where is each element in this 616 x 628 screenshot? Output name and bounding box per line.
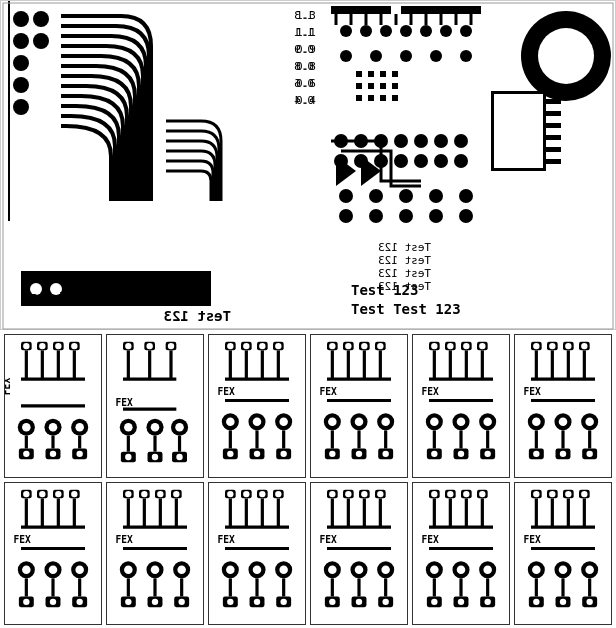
svg-point-3 [33, 33, 49, 49]
svg-point-286 [55, 491, 61, 497]
svg-point-316 [157, 491, 163, 497]
svg-point-435 [549, 491, 555, 497]
svg-point-330 [177, 565, 186, 574]
svg-point-377 [377, 491, 383, 497]
svg-point-73 [394, 154, 408, 168]
svg-point-187 [227, 451, 233, 457]
svg-rect-52 [356, 95, 362, 101]
svg-point-129 [50, 451, 56, 457]
svg-rect-53 [368, 95, 374, 101]
svg-rect-51 [392, 83, 398, 89]
svg-text:Test 123: Test 123 [1, 280, 21, 299]
svg-point-6 [13, 99, 29, 115]
pcb-cell-2-3: FEX [208, 482, 306, 626]
svg-text:0.9: 0.9 [296, 43, 316, 56]
svg-point-89 [459, 209, 473, 223]
svg-point-22 [340, 25, 352, 37]
svg-text:Test 123: Test 123 [378, 254, 431, 267]
pcb-cell-1-3: FEX [208, 334, 306, 478]
svg-point-268 [559, 418, 568, 427]
svg-point-72 [394, 134, 408, 148]
svg-point-238 [457, 418, 466, 427]
svg-point-108 [39, 343, 45, 349]
svg-point-375 [345, 491, 351, 497]
svg-point-109 [55, 343, 61, 349]
svg-point-236 [430, 418, 439, 427]
svg-point-117 [22, 423, 31, 432]
svg-point-416 [430, 565, 439, 574]
top-pcb-section: 1.3 1.1 0.9 0.8 0.6 0.4 1.3 1.1 0.9 0.8 … [0, 0, 616, 330]
pcb-cell-1-4: FEX [310, 334, 408, 478]
svg-point-406 [463, 491, 469, 497]
svg-text:0.8: 0.8 [296, 60, 316, 73]
svg-point-376 [361, 491, 367, 497]
svg-point-78 [454, 134, 468, 148]
svg-text:Test 123: Test 123 [378, 267, 431, 280]
svg-rect-65 [546, 159, 561, 164]
svg-point-67 [334, 154, 348, 168]
svg-point-270 [585, 418, 594, 427]
svg-point-23 [360, 25, 372, 37]
svg-point-226 [463, 343, 469, 349]
svg-point-338 [152, 598, 158, 604]
svg-point-148 [151, 423, 160, 432]
svg-point-386 [328, 565, 337, 574]
svg-text:FEX: FEX [320, 534, 338, 545]
svg-point-85 [339, 209, 353, 223]
svg-point-428 [458, 598, 464, 604]
svg-point-43 [460, 50, 472, 62]
svg-rect-46 [380, 71, 386, 77]
svg-point-42 [430, 50, 442, 62]
pcb-cell-1-6: FEX [514, 334, 612, 478]
svg-point-157 [125, 454, 131, 460]
svg-point-66 [334, 134, 348, 148]
svg-rect-50 [380, 83, 386, 89]
svg-rect-54 [380, 95, 386, 101]
svg-point-137 [146, 343, 152, 349]
svg-point-314 [125, 491, 131, 497]
pcb-svg: 1.3 1.1 0.9 0.8 0.6 0.4 1.3 1.1 0.9 0.8 … [1, 1, 616, 331]
svg-point-446 [532, 565, 541, 574]
svg-point-278 [560, 451, 566, 457]
svg-point-70 [374, 134, 388, 148]
svg-point-178 [253, 418, 262, 427]
svg-point-80 [339, 189, 353, 203]
svg-point-450 [585, 565, 594, 574]
svg-point-326 [124, 565, 133, 574]
svg-point-256 [565, 343, 571, 349]
svg-point-284 [23, 491, 29, 497]
svg-rect-21 [401, 6, 481, 14]
svg-point-344 [227, 491, 233, 497]
svg-point-298 [49, 565, 58, 574]
svg-point-347 [275, 491, 281, 497]
svg-text:FEX: FEX [218, 534, 236, 545]
svg-point-24 [380, 25, 392, 37]
svg-point-130 [76, 451, 82, 457]
svg-text:FEX: FEX [116, 397, 134, 408]
svg-point-107 [23, 343, 29, 349]
svg-text:1.3: 1.3 [296, 9, 316, 22]
svg-point-399 [382, 598, 388, 604]
svg-point-69 [354, 154, 368, 168]
svg-point-296 [22, 565, 31, 574]
svg-point-279 [586, 451, 592, 457]
pcb-cell-1-5: FEX [412, 334, 510, 478]
svg-rect-61 [546, 111, 561, 116]
svg-point-84 [459, 189, 473, 203]
svg-rect-64 [546, 147, 561, 152]
svg-point-285 [39, 491, 45, 497]
svg-text:0.4: 0.4 [296, 94, 316, 107]
svg-point-339 [178, 598, 184, 604]
svg-text:FEX: FEX [422, 534, 440, 545]
pcb-grid: FEX [0, 330, 616, 625]
svg-rect-62 [546, 123, 561, 128]
svg-point-77 [434, 154, 448, 168]
svg-point-346 [259, 491, 265, 497]
svg-point-210 [381, 418, 390, 427]
svg-point-390 [381, 565, 390, 574]
svg-point-287 [71, 491, 77, 497]
svg-point-164 [227, 343, 233, 349]
pcb-cell-2-4: FEX [310, 482, 408, 626]
svg-rect-44 [356, 71, 362, 77]
svg-point-224 [431, 343, 437, 349]
